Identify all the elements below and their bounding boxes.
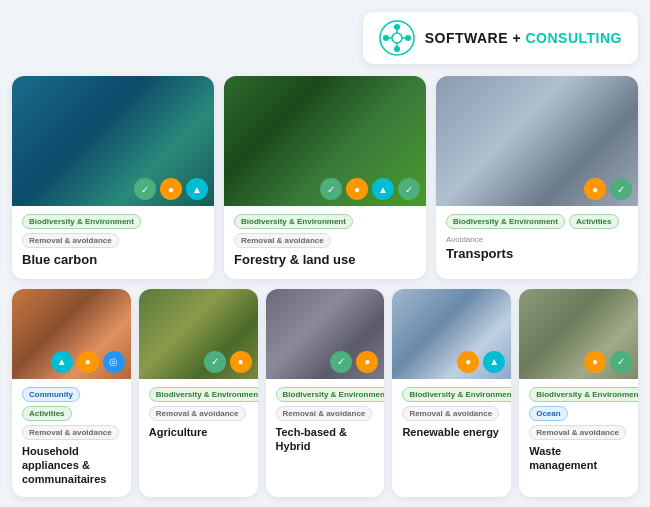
- icon-dot-t1: ●: [584, 178, 606, 200]
- svg-point-1: [392, 33, 402, 43]
- icon-tri-h: ▲: [51, 351, 73, 373]
- tag-removal-household: Removal & avoidance: [22, 425, 119, 440]
- card-title-transports: Transports: [446, 246, 628, 263]
- icon-ring-h: ◎: [103, 351, 125, 373]
- tag-removal: Removal & avoidance: [22, 233, 119, 248]
- card-image-renewable: ● ▲: [392, 289, 511, 379]
- tag-community-household: Community: [22, 387, 80, 402]
- tag-row-forestry: Biodiversity & Environment Removal & avo…: [234, 214, 416, 248]
- tag-row-renewable: Biodiversity & Environment Removal & avo…: [402, 387, 501, 421]
- tag-row-household: Community Activities: [22, 387, 121, 421]
- icon-triangle-3: ▲: [372, 178, 394, 200]
- icon-dot-h: ●: [77, 351, 99, 373]
- svg-point-2: [394, 24, 400, 30]
- card-icons-forestry: ✓ ● ▲ ✓: [320, 178, 420, 200]
- tag-activities-transports: Activities: [569, 214, 619, 229]
- tag-biodiversity-transports: Biodiversity & Environment: [446, 214, 565, 229]
- svg-point-4: [383, 35, 389, 41]
- icon-check-ag: ✓: [204, 351, 226, 373]
- card-body-tech: Biodiversity & Environment Removal & avo…: [266, 379, 385, 497]
- icon-triangle: ▲: [186, 178, 208, 200]
- tag-row-waste: Biodiversity & Environment Ocean: [529, 387, 628, 421]
- card-body-household: Community Activities Removal & avoidance…: [12, 379, 131, 497]
- logo-text-part1: SOFTWARE +: [425, 30, 526, 46]
- icon-check-tech: ✓: [330, 351, 352, 373]
- tag-row: Biodiversity & Environment Removal & avo…: [22, 214, 204, 248]
- tag-activities-household: Activities: [22, 406, 72, 421]
- card-image-forestry: ✓ ● ▲ ✓: [224, 76, 426, 206]
- card-renewable[interactable]: ● ▲ Biodiversity & Environment Removal &…: [392, 289, 511, 497]
- card-body-waste: Biodiversity & Environment Ocean Removal…: [519, 379, 638, 497]
- svg-point-3: [394, 46, 400, 52]
- card-body-renewable: Biodiversity & Environment Removal & avo…: [392, 379, 511, 497]
- icon-dot: ●: [160, 178, 182, 200]
- icon-check-t2: ✓: [610, 178, 632, 200]
- cards-row-bottom: ▲ ● ◎ Community Activities Removal & avo…: [12, 289, 638, 497]
- card-forestry[interactable]: ✓ ● ▲ ✓ Biodiversity & Environment Remov…: [224, 76, 426, 279]
- tag-removal-ag: Removal & avoidance: [149, 406, 246, 421]
- logo-text-part2: CONSULTING: [525, 30, 622, 46]
- card-waste[interactable]: ● ✓ Biodiversity & Environment Ocean Rem…: [519, 289, 638, 497]
- icon-dot-ag: ●: [230, 351, 252, 373]
- tag-biodiversity-tech: Biodiversity & Environment: [276, 387, 385, 402]
- card-household[interactable]: ▲ ● ◎ Community Activities Removal & avo…: [12, 289, 131, 497]
- card-icons-waste: ● ✓: [584, 351, 632, 373]
- card-title-tech: Tech-based & Hybrid: [276, 425, 375, 454]
- tag-biodiversity-ag: Biodiversity & Environment: [149, 387, 258, 402]
- tag-ocean-waste: Ocean: [529, 406, 567, 421]
- tag-row-tech: Biodiversity & Environment Removal & avo…: [276, 387, 375, 421]
- icon-check-4: ✓: [398, 178, 420, 200]
- tag-row-transports: Biodiversity & Environment Activities: [446, 214, 628, 229]
- card-image-tech: ✓ ●: [266, 289, 385, 379]
- card-title-renewable: Renewable energy: [402, 425, 501, 439]
- tag-row-agriculture: Biodiversity & Environment Removal & avo…: [149, 387, 248, 421]
- icon-dot-tech: ●: [356, 351, 378, 373]
- tag-biodiversity-waste: Biodiversity & Environment: [529, 387, 638, 402]
- icon-dot-waste: ●: [584, 351, 606, 373]
- card-title-household: Household appliances & communaitaires: [22, 444, 121, 487]
- card-title-waste: Waste management: [529, 444, 628, 473]
- icon-dot-2: ●: [346, 178, 368, 200]
- card-title-forestry: Forestry & land use: [234, 252, 416, 269]
- tag-row2-waste: Removal & avoidance: [529, 425, 628, 440]
- tag-row2-household: Removal & avoidance: [22, 425, 121, 440]
- card-body-transports: Biodiversity & Environment Activities Av…: [436, 206, 638, 279]
- icon-check-waste: ✓: [610, 351, 632, 373]
- card-title-blue-carbon: Blue carbon: [22, 252, 204, 269]
- card-icons-household: ▲ ● ◎: [51, 351, 125, 373]
- logo: SOFTWARE + CONSULTING: [363, 12, 638, 64]
- card-agriculture[interactable]: ✓ ● Biodiversity & Environment Removal &…: [139, 289, 258, 497]
- card-body-blue-carbon: Biodiversity & Environment Removal & avo…: [12, 206, 214, 279]
- card-image-waste: ● ✓: [519, 289, 638, 379]
- card-icons-tech: ✓ ●: [330, 351, 378, 373]
- icon-check: ✓: [134, 178, 156, 200]
- svg-point-5: [405, 35, 411, 41]
- card-icons-agriculture: ✓ ●: [204, 351, 252, 373]
- card-title-agriculture: Agriculture: [149, 425, 248, 439]
- tag-biodiversity-forestry: Biodiversity & Environment: [234, 214, 353, 229]
- logo-icon: [379, 20, 415, 56]
- tag-avoidance-transports: Avoidance: [446, 233, 628, 246]
- card-icons-transports: ● ✓: [584, 178, 632, 200]
- cards-section: ✓ ● ▲ Biodiversity & Environment Removal…: [12, 76, 638, 497]
- tag-biodiversity-ren: Biodiversity & Environment: [402, 387, 511, 402]
- cards-row-top: ✓ ● ▲ Biodiversity & Environment Removal…: [12, 76, 638, 279]
- card-transports[interactable]: ● ✓ Biodiversity & Environment Activitie…: [436, 76, 638, 279]
- icon-check-1: ✓: [320, 178, 342, 200]
- card-image-agriculture: ✓ ●: [139, 289, 258, 379]
- card-image-blue-carbon: ✓ ● ▲: [12, 76, 214, 206]
- card-image-household: ▲ ● ◎: [12, 289, 131, 379]
- card-body-forestry: Biodiversity & Environment Removal & avo…: [224, 206, 426, 279]
- tag-removal-ren: Removal & avoidance: [402, 406, 499, 421]
- header: SOFTWARE + CONSULTING: [12, 12, 638, 64]
- card-tech[interactable]: ✓ ● Biodiversity & Environment Removal &…: [266, 289, 385, 497]
- icon-dot-ren: ●: [457, 351, 479, 373]
- card-body-agriculture: Biodiversity & Environment Removal & avo…: [139, 379, 258, 497]
- card-icons-renewable: ● ▲: [457, 351, 505, 373]
- logo-text: SOFTWARE + CONSULTING: [425, 30, 622, 46]
- card-blue-carbon[interactable]: ✓ ● ▲ Biodiversity & Environment Removal…: [12, 76, 214, 279]
- tag-removal-waste: Removal & avoidance: [529, 425, 626, 440]
- card-icons-blue-carbon: ✓ ● ▲: [134, 178, 208, 200]
- icon-tri-ren: ▲: [483, 351, 505, 373]
- tag-removal-tech: Removal & avoidance: [276, 406, 373, 421]
